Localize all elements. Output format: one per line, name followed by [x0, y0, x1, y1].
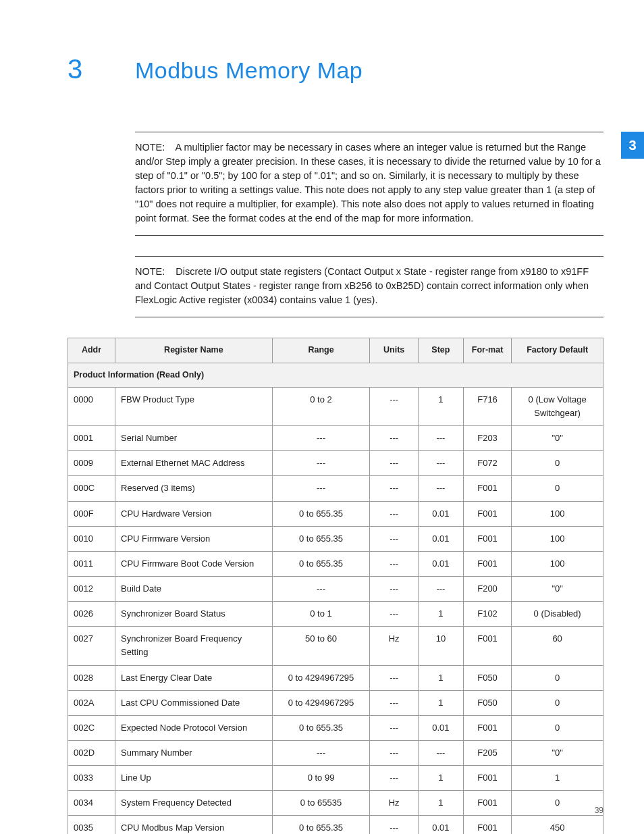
section-title: Product Information (Read Only)	[68, 363, 603, 387]
cell-name: Expected Node Protocol Version	[115, 715, 273, 740]
cell-units: ---	[370, 715, 419, 740]
cell-addr: 002A	[68, 690, 115, 715]
table-row: 000FCPU Hardware Version0 to 655.35---0.…	[68, 501, 603, 526]
table-row: 0035CPU Modbus Map Version0 to 655.35---…	[68, 816, 603, 834]
cell-default: 0 (Disabled)	[512, 602, 603, 627]
cell-name: Synchronizer Board Frequency Setting	[115, 627, 273, 665]
cell-format: F001	[463, 551, 511, 576]
note-label: NOTE:	[135, 266, 165, 277]
cell-default: 0	[512, 451, 603, 476]
cell-range: ---	[272, 577, 370, 602]
cell-units: ---	[370, 741, 419, 766]
cell-units: ---	[370, 451, 419, 476]
cell-step: 0.01	[418, 715, 463, 740]
cell-addr: 0010	[68, 526, 115, 551]
cell-default: 1	[512, 766, 603, 791]
table-row: 0027Synchronizer Board Frequency Setting…	[68, 627, 603, 665]
cell-step: 1	[418, 791, 463, 816]
col-header-step: Step	[418, 338, 463, 363]
chapter-number: 3	[68, 54, 135, 84]
cell-units: ---	[370, 476, 419, 501]
cell-format: F001	[463, 476, 511, 501]
cell-default: 100	[512, 501, 603, 526]
cell-default: 450	[512, 816, 603, 834]
cell-units: ---	[370, 426, 419, 451]
col-header-addr: Addr	[68, 338, 115, 363]
cell-step: 0.01	[418, 501, 463, 526]
cell-range: 0 to 655.35	[272, 715, 370, 740]
cell-step: 10	[418, 627, 463, 665]
cell-name: FBW Product Type	[115, 387, 273, 425]
cell-name: Last CPU Commissioned Date	[115, 690, 273, 715]
table-row: 0000FBW Product Type0 to 2---1F7160 (Low…	[68, 387, 603, 425]
cell-addr: 0000	[68, 387, 115, 425]
cell-step: ---	[418, 476, 463, 501]
cell-units: ---	[370, 387, 419, 425]
cell-default: 0	[512, 476, 603, 501]
table-row: 002ALast CPU Commissioned Date0 to 42949…	[68, 690, 603, 715]
cell-addr: 0028	[68, 665, 115, 690]
cell-units: ---	[370, 665, 419, 690]
cell-addr: 002C	[68, 715, 115, 740]
cell-name: Last Energy Clear Date	[115, 665, 273, 690]
cell-step: ---	[418, 451, 463, 476]
cell-range: ---	[272, 476, 370, 501]
cell-name: Line Up	[115, 766, 273, 791]
table-row: 0033Line Up0 to 99---1F0011	[68, 766, 603, 791]
cell-default: "0"	[512, 577, 603, 602]
cell-step: ---	[418, 741, 463, 766]
cell-units: ---	[370, 551, 419, 576]
table-row: 002CExpected Node Protocol Version0 to 6…	[68, 715, 603, 740]
cell-format: F102	[463, 602, 511, 627]
cell-range: 50 to 60	[272, 627, 370, 665]
cell-units: ---	[370, 602, 419, 627]
cell-name: External Ethernet MAC Address	[115, 451, 273, 476]
cell-range: ---	[272, 741, 370, 766]
cell-default: 0 (Low Voltage Switchgear)	[512, 387, 603, 425]
cell-default: 0	[512, 690, 603, 715]
cell-addr: 000F	[68, 501, 115, 526]
cell-units: ---	[370, 816, 419, 834]
page: 3 3 Modbus Memory Map NOTE: A multiplier…	[0, 0, 644, 834]
cell-default: 0	[512, 715, 603, 740]
table-row: 0012Build Date---------F200"0"	[68, 577, 603, 602]
cell-range: 0 to 2	[272, 387, 370, 425]
cell-addr: 0035	[68, 816, 115, 834]
cell-name: Synchronizer Board Status	[115, 602, 273, 627]
cell-default: 100	[512, 551, 603, 576]
cell-format: F001	[463, 627, 511, 665]
page-number: 39	[595, 806, 603, 815]
note-label: NOTE:	[135, 142, 165, 153]
cell-format: F203	[463, 426, 511, 451]
table-row: 000CReserved (3 items)---------F0010	[68, 476, 603, 501]
cell-default: 0	[512, 665, 603, 690]
cell-addr: 0033	[68, 766, 115, 791]
table-row: 0001Serial Number---------F203"0"	[68, 426, 603, 451]
cell-name: CPU Hardware Version	[115, 501, 273, 526]
cell-default: 0	[512, 791, 603, 816]
cell-format: F205	[463, 741, 511, 766]
cell-units: ---	[370, 577, 419, 602]
section-row: Product Information (Read Only)	[68, 363, 603, 387]
col-header-format: For-mat	[463, 338, 511, 363]
cell-range: 0 to 4294967295	[272, 665, 370, 690]
table-row: 0034System Frequency Detected0 to 65535H…	[68, 791, 603, 816]
register-table-body: Product Information (Read Only) 0000FBW …	[68, 363, 603, 834]
cell-range: 0 to 99	[272, 766, 370, 791]
cell-format: F001	[463, 501, 511, 526]
cell-name: Build Date	[115, 577, 273, 602]
cell-step: ---	[418, 426, 463, 451]
cell-format: F072	[463, 451, 511, 476]
cell-format: F001	[463, 791, 511, 816]
cell-step: 1	[418, 690, 463, 715]
note-block: NOTE: A multiplier factor may be necessa…	[135, 132, 603, 236]
cell-range: 0 to 4294967295	[272, 690, 370, 715]
cell-step: 0.01	[418, 526, 463, 551]
cell-step: 1	[418, 602, 463, 627]
cell-addr: 0011	[68, 551, 115, 576]
cell-units: Hz	[370, 791, 419, 816]
cell-units: Hz	[370, 627, 419, 665]
chapter-title: Modbus Memory Map	[135, 57, 363, 84]
cell-name: CPU Firmware Boot Code Version	[115, 551, 273, 576]
note-text: Discrete I/O output state registers (Con…	[135, 266, 589, 305]
